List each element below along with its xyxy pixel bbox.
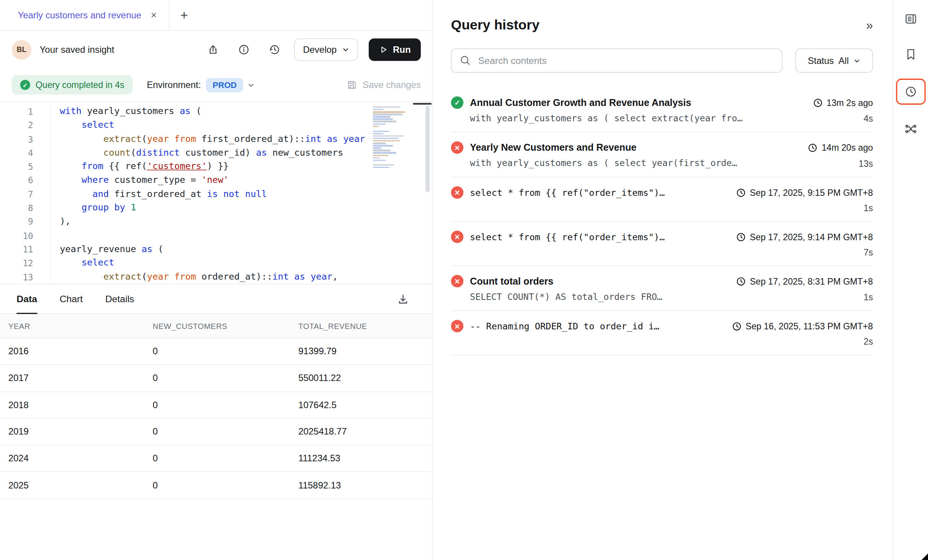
editor-scrollbar-thumb[interactable] xyxy=(413,103,431,105)
environment-label: Environment: xyxy=(147,80,201,90)
share-button[interactable] xyxy=(202,38,224,61)
history-item-time: 14m 20s ago xyxy=(808,143,873,153)
history-item-title: Yearly New Customers and Revenue xyxy=(470,142,808,153)
success-icon: ✓ xyxy=(451,96,463,109)
save-changes-button[interactable]: Save changes xyxy=(346,79,421,90)
tab-data[interactable]: Data xyxy=(16,285,37,314)
sql-editor[interactable]: 12345678910111213 with yearly_customers … xyxy=(0,102,432,284)
tab-details[interactable]: Details xyxy=(105,285,134,314)
run-button[interactable]: Run xyxy=(369,38,421,61)
tab-bar: Yearly customers and revenue × + xyxy=(0,0,432,31)
history-item-time: Sep 17, 2025, 8:31 PM GMT+8 xyxy=(736,276,873,286)
query-history-button[interactable] xyxy=(896,79,925,105)
info-icon xyxy=(238,44,250,55)
table-header-row: YEAR NEW_CUSTOMERS TOTAL_REVENUE xyxy=(0,314,432,338)
editor-gutter: 12345678910111213 xyxy=(0,102,50,284)
table-cell: 0 xyxy=(144,400,290,410)
history-item[interactable]: ✕-- Renaming ORDER_ID to order_id i…Sep … xyxy=(451,311,873,355)
environment-control[interactable]: Environment: PROD xyxy=(147,78,255,92)
clock-icon xyxy=(736,232,746,242)
history-item-title: select * from {{ ref("order_items")… xyxy=(470,231,736,242)
search-input[interactable] xyxy=(451,49,783,73)
check-circle-icon: ✓ xyxy=(20,80,30,90)
history-item-duration: 2s xyxy=(864,337,873,347)
status-filter-label: Status xyxy=(808,55,834,66)
history-item[interactable]: ✕Yearly New Customers and Revenue14m 20s… xyxy=(451,132,873,177)
save-changes-label: Save changes xyxy=(363,80,421,90)
status-filter-value: All xyxy=(838,55,849,66)
query-status-text: Query completed in 4s xyxy=(36,80,124,90)
tab-yearly-customers[interactable]: Yearly customers and revenue × xyxy=(0,0,168,30)
column-header-year: YEAR xyxy=(0,321,144,330)
line-number: 7 xyxy=(0,187,33,201)
new-tab-button[interactable]: + xyxy=(169,0,199,30)
tab-title: Yearly customers and revenue xyxy=(18,10,141,21)
search-box xyxy=(451,49,783,73)
table-cell: 115892.13 xyxy=(290,480,432,491)
outline-panel-icon xyxy=(904,12,917,25)
download-button[interactable] xyxy=(392,288,414,310)
info-button[interactable] xyxy=(233,38,255,61)
table-cell: 111234.53 xyxy=(290,453,432,464)
history-item-time: Sep 16, 2025, 11:53 PM GMT+8 xyxy=(732,321,873,331)
avatar[interactable]: BL xyxy=(12,40,31,59)
query-history-panel: Query history » Status All ✓Annual Custo… xyxy=(433,0,892,560)
history-panel-header: Query history » xyxy=(451,17,873,33)
history-item-time: Sep 17, 2025, 9:15 PM GMT+8 xyxy=(736,187,873,197)
lineage-button[interactable] xyxy=(899,118,922,140)
column-header-total-revenue: TOTAL_REVENUE xyxy=(290,321,432,330)
table-cell: 2025 xyxy=(0,480,144,491)
line-number: 13 xyxy=(0,270,33,284)
develop-label: Develop xyxy=(303,44,337,55)
collapse-panel-button[interactable]: » xyxy=(865,18,873,32)
table-cell: 2024 xyxy=(0,453,144,464)
history-item-query: with yearly_customers as ( select extrac… xyxy=(470,113,856,124)
clock-icon xyxy=(736,277,746,286)
table-cell: 107642.5 xyxy=(290,400,432,410)
bookmark-icon xyxy=(905,48,917,61)
develop-button[interactable]: Develop xyxy=(294,38,358,61)
code-line: select xyxy=(60,256,432,270)
clock-icon xyxy=(736,188,746,197)
table-row: 20180107642.5 xyxy=(0,392,432,418)
status-filter-dropdown[interactable]: Status All xyxy=(796,49,873,73)
save-icon xyxy=(346,79,357,90)
line-number: 2 xyxy=(0,119,33,132)
version-history-button[interactable] xyxy=(263,38,286,61)
tab-chart[interactable]: Chart xyxy=(60,285,83,314)
table-row: 20240111234.53 xyxy=(0,445,432,472)
history-controls: Status All xyxy=(451,49,873,73)
chevron-down-icon xyxy=(247,81,255,89)
outline-panel-button[interactable] xyxy=(899,8,922,30)
bookmarks-button[interactable] xyxy=(899,43,922,66)
table-row: 20170550011.22 xyxy=(0,365,432,392)
query-status-badge: ✓ Query completed in 4s xyxy=(12,75,132,94)
editor-minimap[interactable] xyxy=(373,106,410,169)
table-cell: 2017 xyxy=(0,373,144,384)
history-item-title: Count total orders xyxy=(470,275,736,287)
history-clock-icon xyxy=(269,44,281,55)
editor-scrollbar[interactable] xyxy=(426,106,430,192)
line-number: 3 xyxy=(0,132,33,146)
environment-value-pill[interactable]: PROD xyxy=(206,78,243,92)
table-row: 20250115892.13 xyxy=(0,472,432,499)
code-line xyxy=(60,229,432,243)
error-icon: ✕ xyxy=(451,141,463,153)
close-tab-icon[interactable]: × xyxy=(151,10,157,20)
line-number: 11 xyxy=(0,243,33,256)
history-item[interactable]: ✕Count total ordersSep 17, 2025, 8:31 PM… xyxy=(451,266,873,311)
code-line: where customer_type = 'new' xyxy=(60,174,432,187)
history-item[interactable]: ✕select * from {{ ref("order_items")…Sep… xyxy=(451,177,873,222)
table-cell: 550011.22 xyxy=(290,373,432,384)
editor-pane: Yearly customers and revenue × + BL Your… xyxy=(0,0,433,560)
history-item[interactable]: ✓Annual Customer Growth and Revenue Anal… xyxy=(451,88,873,132)
line-number: 6 xyxy=(0,174,33,187)
right-icon-rail xyxy=(892,0,928,560)
line-number: 12 xyxy=(0,256,33,270)
table-cell: 2019 xyxy=(0,427,144,437)
line-number: 10 xyxy=(0,229,33,243)
query-status-bar: ✓ Query completed in 4s Environment: PRO… xyxy=(0,68,432,102)
history-item-duration: 4s xyxy=(864,113,873,123)
history-item[interactable]: ✕select * from {{ ref("order_items")…Sep… xyxy=(451,222,873,266)
table-cell: 0 xyxy=(144,373,290,384)
